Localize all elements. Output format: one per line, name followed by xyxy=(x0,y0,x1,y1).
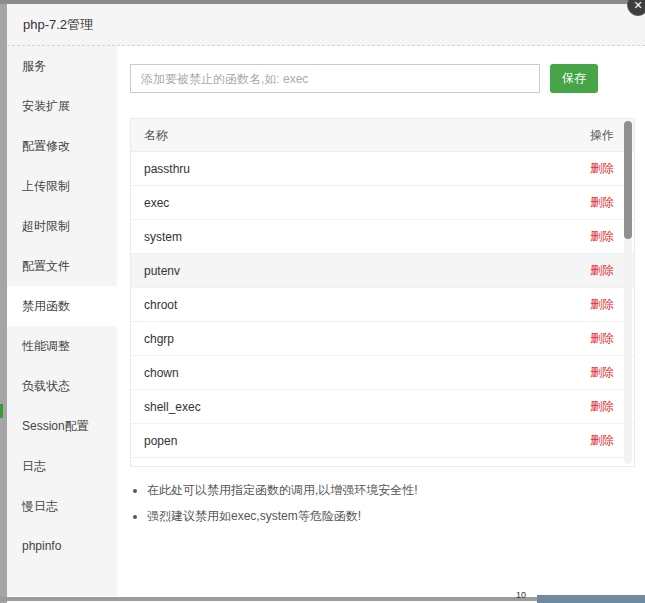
table-row: chgrp 删除 xyxy=(131,322,634,356)
dialog-body: 服务 安装扩展 配置修改 上传限制 超时限制 配置 xyxy=(7,46,645,596)
sidebar-item-label: 服务 xyxy=(22,59,46,73)
sidebar-item-label: 安装扩展 xyxy=(22,99,70,113)
delete-link[interactable]: 删除 xyxy=(590,398,614,415)
sidebar-item-label: 超时限制 xyxy=(22,219,70,233)
note-item: 强烈建议禁用如exec,system等危险函数! xyxy=(147,506,635,526)
delete-link[interactable]: 删除 xyxy=(590,432,614,449)
delete-link[interactable]: 删除 xyxy=(590,296,614,313)
delete-link[interactable]: 删除 xyxy=(590,228,614,245)
sidebar-item[interactable]: 负载状态 xyxy=(7,366,117,406)
background-green-indicator xyxy=(0,404,3,418)
background-partial-number: 10 xyxy=(516,590,526,600)
delete-link[interactable]: 删除 xyxy=(590,364,614,381)
sidebar-item-label: 负载状态 xyxy=(22,379,70,393)
function-name: system xyxy=(144,230,590,244)
note-item: 在此处可以禁用指定函数的调用,以增强环境安全性! xyxy=(147,480,635,500)
save-button[interactable]: 保存 xyxy=(550,64,598,93)
table-row: chroot 删除 xyxy=(131,288,634,322)
table-row: shell_exec 删除 xyxy=(131,390,634,424)
sidebar-item[interactable]: 上传限制 xyxy=(7,166,117,206)
table-row: passthru 删除 xyxy=(131,152,634,186)
sidebar-item-label: 配置修改 xyxy=(22,139,70,153)
table-row: putenv 删除 xyxy=(131,254,634,288)
delete-link[interactable]: 删除 xyxy=(590,194,614,211)
column-header-operation: 操作 xyxy=(590,127,614,144)
function-name: exec xyxy=(144,196,590,210)
add-function-row: 保存 xyxy=(130,64,635,93)
php-manage-dialog: php-7.2管理 服务 安装扩展 配置修改 上传限制 xyxy=(7,4,645,597)
sidebar-item[interactable]: 性能调整 xyxy=(7,326,117,366)
table-header-row: 名称 操作 xyxy=(131,119,634,152)
table-scrollbar-track[interactable] xyxy=(624,121,632,464)
disabled-functions-panel: 保存 名称 操作 passthru 删除 exec xyxy=(117,46,645,596)
sidebar-item-label: 配置文件 xyxy=(22,259,70,273)
sidebar-item-label: Session配置 xyxy=(22,419,89,433)
sidebar-item[interactable]: 禁用函数 xyxy=(7,286,117,326)
function-name: putenv xyxy=(144,264,590,278)
function-name: chgrp xyxy=(144,332,590,346)
function-name: popen xyxy=(144,434,590,448)
dialog-title: php-7.2管理 xyxy=(23,16,93,34)
sidebar-item-label: 禁用函数 xyxy=(22,299,70,313)
table-row: chown 删除 xyxy=(131,356,634,390)
sidebar-item[interactable]: 服务 xyxy=(7,46,117,86)
sidebar: 服务 安装扩展 配置修改 上传限制 超时限制 配置 xyxy=(7,46,117,596)
function-name-input[interactable] xyxy=(130,64,540,93)
delete-link[interactable]: 删除 xyxy=(590,262,614,279)
note-text: 强烈建议禁用如exec,system等危险函数! xyxy=(147,509,361,523)
sidebar-item-label: phpinfo xyxy=(22,539,61,553)
sidebar-item[interactable]: 配置文件 xyxy=(7,246,117,286)
table-scrollbar-thumb[interactable] xyxy=(624,121,632,239)
sidebar-item[interactable]: Session配置 xyxy=(7,406,117,446)
sidebar-item[interactable]: 安装扩展 xyxy=(7,86,117,126)
function-name: shell_exec xyxy=(144,400,590,414)
background-bottom-bar xyxy=(537,595,645,603)
sidebar-item[interactable]: 日志 xyxy=(7,446,117,486)
sidebar-item-label: 性能调整 xyxy=(22,339,70,353)
sidebar-item-label: 上传限制 xyxy=(22,179,70,193)
table-row: popen 删除 xyxy=(131,424,634,458)
column-header-name: 名称 xyxy=(144,127,590,144)
dialog-header: php-7.2管理 xyxy=(7,4,645,46)
notes-list: 在此处可以禁用指定函数的调用,以增强环境安全性! 强烈建议禁用如exec,sys… xyxy=(130,480,635,526)
note-text: 在此处可以禁用指定函数的调用,以增强环境安全性! xyxy=(147,483,418,497)
sidebar-item-label: 慢日志 xyxy=(22,499,58,513)
delete-link[interactable]: 删除 xyxy=(590,330,614,347)
sidebar-item[interactable]: phpinfo xyxy=(7,526,117,566)
function-name: passthru xyxy=(144,162,590,176)
background-page-left-edge xyxy=(0,4,7,603)
disabled-functions-table: 名称 操作 passthru 删除 exec 删除 xyxy=(130,118,635,467)
sidebar-item[interactable]: 超时限制 xyxy=(7,206,117,246)
table-row: exec 删除 xyxy=(131,186,634,220)
close-icon: ✕ xyxy=(633,0,642,11)
sidebar-item-label: 日志 xyxy=(22,459,46,473)
table-rows: passthru 删除 exec 删除 system 删除 xyxy=(131,152,634,458)
function-name: chroot xyxy=(144,298,590,312)
function-name: chown xyxy=(144,366,590,380)
sidebar-item[interactable]: 慢日志 xyxy=(7,486,117,526)
sidebar-item[interactable]: 配置修改 xyxy=(7,126,117,166)
delete-link[interactable]: 删除 xyxy=(590,160,614,177)
table-row: system 删除 xyxy=(131,220,634,254)
